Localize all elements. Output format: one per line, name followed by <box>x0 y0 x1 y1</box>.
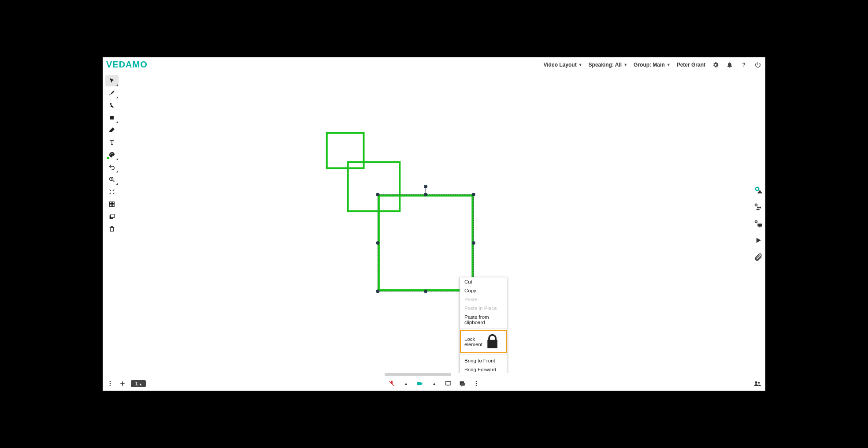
brand-logo[interactable]: VEDAMO <box>106 60 148 70</box>
ctx-lock-element[interactable]: Lock element <box>460 330 507 353</box>
grid-tool[interactable] <box>105 198 119 210</box>
svg-point-31 <box>110 385 111 386</box>
page-number: 1 <box>135 381 138 386</box>
ctx-paste-clipboard[interactable]: Paste from clipboard <box>460 313 507 327</box>
dropdown-indicator-icon <box>116 158 118 160</box>
svg-point-30 <box>110 383 111 384</box>
whiteboard-canvas[interactable]: Cut Copy Paste Paste in Place Paste from… <box>120 72 755 376</box>
dropdown-indicator-icon <box>116 183 118 185</box>
footer-overflow-icon[interactable] <box>472 380 480 388</box>
user-label: Peter Grant <box>677 62 705 68</box>
svg-point-14 <box>376 241 379 245</box>
svg-point-3 <box>110 154 111 155</box>
caret-down-icon: ▼ <box>667 63 671 67</box>
video-layout-label: Video Layout <box>544 62 577 68</box>
svg-point-15 <box>472 241 475 245</box>
svg-point-23 <box>755 204 757 206</box>
dropdown-indicator-icon <box>116 121 118 123</box>
footer-more-icon[interactable] <box>106 380 114 388</box>
undo-tool[interactable] <box>105 161 119 173</box>
group-label: Group: Main <box>634 62 665 68</box>
shape-tool[interactable] <box>105 112 119 123</box>
right-panel <box>753 185 764 262</box>
svg-rect-10 <box>111 214 114 218</box>
svg-point-37 <box>755 381 757 383</box>
svg-rect-32 <box>417 382 421 385</box>
user-name[interactable]: Peter Grant <box>677 62 705 68</box>
page-indicator[interactable]: 1▴ <box>131 380 146 387</box>
svg-point-25 <box>759 207 761 209</box>
ctx-separator <box>460 355 507 355</box>
attachments[interactable] <box>753 252 764 262</box>
play-media[interactable] <box>753 235 764 245</box>
caret-down-icon: ▼ <box>579 63 582 67</box>
laser-pointer-tool[interactable] <box>105 100 119 111</box>
ctx-bring-front[interactable]: Bring to Front <box>460 356 507 365</box>
svg-point-24 <box>757 207 759 209</box>
mic-muted-icon[interactable] <box>388 380 396 388</box>
footer-center-controls: ▴ ▴ <box>388 380 480 388</box>
screen-share-icon[interactable] <box>444 380 452 388</box>
camera-expand-icon[interactable]: ▴ <box>430 380 438 388</box>
left-toolbar <box>105 75 121 235</box>
svg-point-13 <box>472 193 475 196</box>
caret-down-icon: ▼ <box>623 63 627 67</box>
svg-point-4 <box>111 153 112 154</box>
chat-icon[interactable] <box>458 380 466 388</box>
power-icon[interactable] <box>754 61 762 69</box>
group-view[interactable] <box>753 202 764 212</box>
ctx-separator <box>460 328 507 329</box>
svg-rect-2 <box>110 116 114 119</box>
dropdown-indicator-icon <box>116 171 118 172</box>
svg-point-16 <box>376 290 379 293</box>
settings-icon[interactable] <box>712 61 720 69</box>
ctx-paste: Paste <box>460 295 507 304</box>
eraser-tool[interactable] <box>105 124 119 136</box>
add-page-icon[interactable] <box>119 380 126 388</box>
ctx-paste-in-place: Paste in Place <box>460 304 507 313</box>
zoom-tool[interactable] <box>105 174 119 185</box>
help-icon[interactable] <box>740 61 748 69</box>
fit-screen-tool[interactable] <box>105 186 119 198</box>
select-tool[interactable] <box>105 75 119 86</box>
svg-point-0 <box>743 66 744 67</box>
pages-tool[interactable] <box>105 211 119 222</box>
svg-point-20 <box>424 185 427 188</box>
svg-point-5 <box>112 153 113 154</box>
svg-point-34 <box>476 381 477 382</box>
trash-tool[interactable] <box>105 223 119 235</box>
svg-point-36 <box>476 385 477 386</box>
ctx-cut[interactable]: Cut <box>460 277 507 286</box>
svg-point-17 <box>424 290 427 293</box>
top-bar: VEDAMO Video Layout ▼ Speaking: All ▼ Gr… <box>103 57 765 72</box>
single-user-view[interactable] <box>753 185 764 195</box>
color-palette-tool[interactable] <box>105 149 119 161</box>
screen-share-view[interactable] <box>753 219 764 228</box>
participants-icon[interactable] <box>754 380 762 388</box>
text-tool[interactable] <box>105 137 119 148</box>
svg-point-11 <box>376 193 379 196</box>
video-layout-dropdown[interactable]: Video Layout ▼ <box>544 62 582 68</box>
ctx-copy[interactable]: Copy <box>460 286 507 295</box>
dropdown-indicator-icon <box>116 84 118 86</box>
mic-expand-icon[interactable]: ▴ <box>402 380 410 388</box>
group-dropdown[interactable]: Group: Main ▼ <box>634 62 671 68</box>
svg-point-29 <box>110 381 111 382</box>
brush-tool[interactable] <box>105 87 119 99</box>
canvas-rect-2[interactable] <box>348 162 400 211</box>
notifications-icon[interactable] <box>726 61 734 69</box>
svg-point-6 <box>107 157 110 160</box>
svg-rect-27 <box>757 224 762 227</box>
topbar-right: Video Layout ▼ Speaking: All ▼ Group: Ma… <box>544 61 762 69</box>
svg-point-35 <box>476 383 477 384</box>
app-frame: VEDAMO Video Layout ▼ Speaking: All ▼ Gr… <box>99 54 769 394</box>
svg-point-26 <box>755 220 757 223</box>
camera-on-icon[interactable] <box>416 380 424 388</box>
svg-point-21 <box>756 187 759 191</box>
canvas-rect-3-selected[interactable] <box>378 195 472 290</box>
footer-bar: 1▴ ▴ ▴ <box>103 376 765 391</box>
caret-up-icon: ▴ <box>140 382 141 386</box>
speaking-label: Speaking: All <box>589 62 622 68</box>
speaking-dropdown[interactable]: Speaking: All ▼ <box>589 62 628 68</box>
svg-point-38 <box>758 382 760 384</box>
